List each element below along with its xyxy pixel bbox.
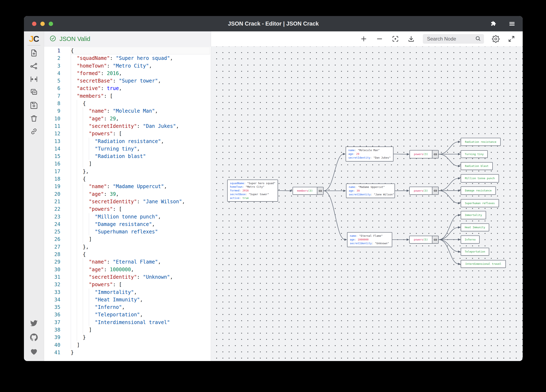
graph-node-m3[interactable]: name: "Eternal Flame"age: 1000000secretI… — [347, 232, 392, 247]
editor-line[interactable]: 25"Superhuman reflexes" — [44, 228, 211, 235]
editor-line[interactable]: 39} — [44, 334, 211, 341]
edge-arrowhead — [290, 190, 292, 192]
graph-node-p1c[interactable]: Radiation blast — [461, 162, 493, 170]
jsoncrack-logo[interactable]: JC — [29, 34, 39, 45]
settings-gear-icon[interactable] — [492, 35, 500, 43]
editor-line[interactable]: 17}, — [44, 168, 211, 175]
share-link-icon[interactable] — [29, 127, 39, 136]
center-view-icon[interactable] — [29, 75, 39, 84]
line-number: 20 — [44, 190, 66, 198]
code-line-content: "powers": [ — [71, 281, 210, 288]
graph-node-p2c[interactable]: Superhuman reflexes — [461, 199, 499, 207]
editor-line[interactable]: 1{ — [44, 47, 211, 54]
sponsor-heart-icon[interactable] — [29, 347, 39, 356]
zoom-in-icon[interactable] — [360, 35, 368, 43]
expand-link-icon[interactable] — [432, 187, 438, 194]
indent-guide — [89, 296, 95, 303]
expand-link-icon[interactable] — [317, 187, 323, 194]
graph-node-p3a[interactable]: Immortality — [461, 211, 486, 219]
editor-line[interactable]: 13"Radiation resistance", — [44, 138, 211, 145]
editor-line[interactable]: 23"Million tonne punch", — [44, 213, 211, 221]
editor-line[interactable]: 41} — [44, 349, 211, 356]
editor-line[interactable]: 10"age": 29, — [44, 115, 211, 122]
json-code-editor[interactable]: 1{2"squadName": "Super hero squad",3"hom… — [44, 47, 211, 361]
indent-guide — [71, 334, 77, 341]
editor-line[interactable]: 38] — [44, 326, 211, 334]
graph-canvas[interactable]: squadName: "Super hero squad"homeTown: "… — [211, 47, 523, 361]
editor-line[interactable]: 28{ — [44, 251, 211, 258]
search-icon[interactable] — [475, 35, 481, 42]
indent-guide — [89, 213, 95, 221]
graph-node-p2a[interactable]: Million tonne punch — [461, 174, 499, 183]
line-number: 33 — [44, 289, 66, 296]
graph-node-powers3[interactable]: powers (5) — [409, 236, 439, 244]
editor-line[interactable]: 34"Heat Immunity", — [44, 296, 211, 303]
editor-line[interactable]: 30"age": 1000000, — [44, 266, 211, 273]
focus-view-icon[interactable] — [391, 35, 400, 43]
editor-line[interactable]: 12"powers": [ — [44, 130, 211, 137]
editor-line[interactable]: 31"secretIdentity": "Unknown", — [44, 273, 211, 281]
editor-line[interactable]: 4"formed": 2016, — [44, 70, 211, 77]
graph-node-m2[interactable]: name: "Madame Uppercut"age: 39secretIden… — [346, 183, 395, 198]
editor-line[interactable]: 26] — [44, 235, 211, 243]
editor-line[interactable]: 21"secretIdentity": "Jane Wilson", — [44, 198, 211, 205]
graph-node-m1[interactable]: name: "Molecule Man"age: 29secretIdentit… — [346, 146, 393, 162]
editor-line[interactable]: 27}, — [44, 243, 211, 251]
editor-line[interactable]: 3"homeTown": "Metro City", — [44, 62, 211, 70]
fullscreen-icon[interactable] — [507, 35, 516, 43]
editor-line[interactable]: 9"name": "Molecule Man", — [44, 107, 211, 115]
edge-arrowhead — [458, 238, 461, 241]
editor-line[interactable]: 16] — [44, 160, 211, 168]
editor-line[interactable]: 8{ — [44, 100, 211, 107]
download-icon[interactable] — [407, 35, 415, 43]
editor-line[interactable]: 36"Teleportation", — [44, 311, 211, 318]
graph-node-powers1[interactable]: powers (3) — [410, 150, 439, 158]
editor-line[interactable]: 24"Damage resistance", — [44, 221, 211, 228]
graph-node-p3d[interactable]: Teleportation — [461, 248, 489, 256]
graph-node-p3e[interactable]: Interdimensional travel — [461, 260, 506, 268]
editor-line[interactable]: 20"age": 39, — [44, 190, 211, 198]
editor-line[interactable]: 22"powers": [ — [44, 205, 211, 213]
graph-node-p1b[interactable]: Turning tiny — [461, 150, 488, 158]
save-icon[interactable] — [29, 101, 39, 110]
editor-line[interactable]: 14"Turning tiny", — [44, 145, 211, 152]
graph-node-powers2[interactable]: powers (3) — [409, 187, 439, 195]
search-node-input[interactable] — [427, 36, 473, 42]
editor-line[interactable]: 37"Interdimensional travel" — [44, 319, 211, 326]
editor-line[interactable]: 32"powers": [ — [44, 281, 211, 288]
github-icon[interactable] — [29, 333, 39, 342]
edge-arrowhead — [458, 214, 461, 216]
zoom-out-icon[interactable] — [375, 35, 384, 43]
editor-line[interactable]: 5"secretBase": "Super tower", — [44, 77, 211, 85]
editor-line[interactable]: 19"name": "Madame Uppercut", — [44, 183, 211, 190]
code-line-content: ] — [71, 235, 210, 243]
editor-line[interactable]: 6"active": true, — [44, 85, 211, 92]
search-node-box[interactable] — [423, 34, 484, 44]
expand-link-icon[interactable] — [432, 151, 438, 158]
copy-icon[interactable] — [29, 88, 39, 97]
editor-line[interactable]: 15"Radiation blast" — [44, 152, 211, 160]
editor-line[interactable]: 18{ — [44, 175, 211, 183]
editor-line[interactable]: 7"members": [ — [44, 92, 211, 100]
editor-line[interactable]: 11"secretIdentity": "Dan Jukes", — [44, 122, 211, 130]
graph-view-icon[interactable] — [29, 62, 39, 71]
graph-node-p3b[interactable]: Heat Immunity — [461, 223, 489, 231]
graph-node-root[interactable]: squadName: "Super hero squad"homeTown: "… — [227, 180, 278, 202]
extension-puzzle-icon[interactable] — [489, 19, 497, 28]
code-line-content: "Heat Immunity", — [71, 296, 210, 303]
expand-link-icon[interactable] — [432, 236, 438, 243]
graph-node-p1a[interactable]: Radiation resistance — [461, 138, 501, 146]
twitter-icon[interactable] — [29, 319, 39, 328]
editor-line[interactable]: 35"Inferno", — [44, 303, 211, 311]
graph-node-p2b[interactable]: Damage resistance — [461, 186, 496, 195]
editor-line[interactable]: 33"Immortality", — [44, 289, 211, 296]
new-file-icon[interactable] — [29, 48, 39, 57]
menu-hamburger-icon[interactable] — [508, 19, 516, 28]
graph-node-members[interactable]: members (3) — [292, 187, 324, 195]
editor-line[interactable]: 40] — [44, 341, 211, 349]
editor-line[interactable]: 2"squadName": "Super hero squad", — [44, 54, 211, 62]
delete-trash-icon[interactable] — [29, 114, 39, 123]
editor-line[interactable]: 29"name": "Eternal Flame", — [44, 258, 211, 266]
graph-panel: squadName: "Super hero squad"homeTown: "… — [211, 32, 523, 361]
graph-node-p3c[interactable]: Inferno — [461, 235, 480, 244]
